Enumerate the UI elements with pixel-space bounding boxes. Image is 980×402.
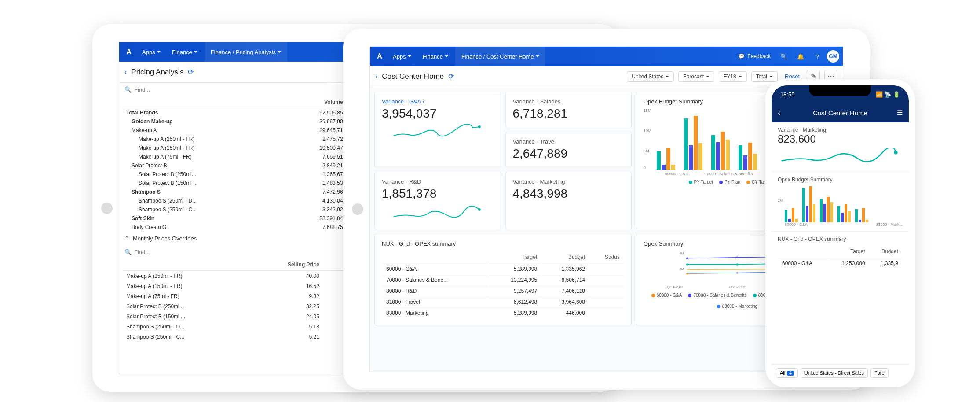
chip-scenario[interactable]: Fore — [870, 368, 889, 378]
filter-chips: All4 United States - Direct Sales Fore — [772, 364, 909, 381]
filter-country[interactable]: United States — [627, 71, 674, 82]
chevron-up-icon: ⌃ — [124, 235, 129, 242]
svg-point-7 — [686, 257, 688, 259]
avatar[interactable]: GM — [827, 50, 839, 63]
reset-button[interactable]: Reset — [782, 73, 802, 80]
filter-total[interactable]: Total — [751, 71, 778, 82]
nav-breadcrumb[interactable]: Finance / Pricing Analysis — [205, 42, 287, 62]
search-icon: 🔍 — [124, 86, 132, 93]
chevron-down-icon — [157, 51, 161, 53]
app-logo: A — [373, 50, 386, 63]
page-title: Pricing Analysis — [131, 68, 183, 77]
nav-finance[interactable]: Finance — [418, 47, 453, 66]
nav-apps[interactable]: Apps — [388, 47, 416, 66]
chevron-down-icon — [739, 76, 742, 77]
card-opex-budget: Opex Budget Summary 2M 60000 - G&A 83000… — [772, 172, 909, 232]
card-label: Variance - G&A › — [382, 98, 494, 105]
search-icon: 🔍 — [124, 249, 132, 255]
card-variance-marketing[interactable]: Variance - Marketing 823,600 — [772, 122, 909, 172]
nav-apps[interactable]: Apps — [138, 42, 165, 62]
chevron-down-icon — [536, 55, 539, 57]
svg-text:4M: 4M — [680, 252, 684, 255]
chevron-down-icon — [706, 76, 709, 77]
card-opex-grid: NUX - Grid - OPEX summary Target Budget … — [374, 234, 632, 325]
svg-point-0 — [478, 125, 481, 128]
bell-icon[interactable]: 🔔 — [794, 49, 808, 63]
chip-country[interactable]: United States - Direct Sales — [801, 368, 868, 378]
card-variance-rd[interactable]: Variance - R&D 1,851,378 — [374, 172, 501, 229]
chevron-down-icon — [445, 55, 448, 57]
chevron-down-icon — [408, 55, 411, 57]
card-variance-travel[interactable]: Variance - Travel 2,647,889 — [505, 132, 632, 167]
status-time: 18:55 — [780, 91, 795, 98]
menu-icon[interactable]: ☰ — [897, 109, 903, 117]
search-icon[interactable]: 🔍 — [777, 49, 791, 63]
refresh-icon[interactable]: ⟳ — [188, 68, 194, 76]
chevron-down-icon — [278, 51, 281, 53]
back-button[interactable]: ‹ — [124, 68, 127, 76]
page-title: Cost Center Home — [813, 109, 867, 117]
filter-scenario[interactable]: Forecast — [678, 71, 714, 82]
card-metric: 3,954,037 — [382, 107, 494, 121]
card-variance-ga[interactable]: Variance - G&A › 3,954,037 — [374, 92, 501, 167]
chevron-down-icon — [194, 51, 197, 53]
chevron-down-icon — [666, 76, 669, 77]
feedback-link[interactable]: 💬Feedback — [735, 53, 774, 59]
svg-point-10 — [686, 263, 688, 265]
sparkline — [382, 123, 494, 141]
refresh-icon[interactable]: ⟳ — [448, 72, 454, 81]
table-row[interactable]: 60000 - G&A 1,250,000 1,335,9 — [779, 258, 902, 268]
chat-icon: 💬 — [738, 53, 745, 59]
table-row[interactable]: 80000 - R&D9,257,4977,406,118 — [383, 286, 623, 296]
table-row[interactable]: 60000 - G&A5,289,9981,335,962 — [383, 264, 623, 274]
svg-point-13 — [894, 151, 898, 155]
card-opex-grid: NUX - Grid - OPEX summary Target Budget … — [772, 232, 909, 364]
card-variance-salaries[interactable]: Variance - Salaries 6,718,281 — [505, 92, 632, 127]
chevron-down-icon — [769, 76, 773, 77]
svg-text:2M: 2M — [680, 267, 684, 270]
page-title: Cost Center Home — [382, 72, 444, 81]
search-placeholder: Find... — [134, 86, 150, 93]
phone-header: ‹ Cost Center Home ☰ — [772, 103, 909, 122]
bar-chart: 2M — [778, 183, 903, 222]
app-header: A Apps Finance Finance / Cost Center Hom… — [370, 47, 843, 66]
sparkline — [778, 148, 903, 166]
col-volumes: Volumes — [282, 96, 349, 108]
app-logo: A — [123, 46, 135, 58]
back-button[interactable]: ‹ — [375, 73, 377, 81]
chip-all[interactable]: All4 — [776, 368, 798, 378]
back-button[interactable]: ‹ — [778, 108, 780, 118]
svg-point-11 — [736, 263, 738, 265]
table-row[interactable]: 83000 - Marketing5,289,998446,000 — [383, 308, 623, 318]
filter-year[interactable]: FY18 — [719, 71, 747, 82]
svg-point-8 — [736, 257, 738, 258]
status-icons: 📶 📡 🔋 — [876, 91, 900, 98]
nav-finance[interactable]: Finance — [168, 42, 202, 62]
sparkline — [382, 203, 494, 221]
table-row[interactable]: 70000 - Salaries & Bene...13,224,9956,50… — [383, 275, 623, 285]
nav-breadcrumb[interactable]: Finance / Cost Center Home — [455, 47, 545, 66]
card-variance-marketing[interactable]: Variance - Marketing 4,843,998 — [505, 172, 632, 229]
help-icon[interactable]: ? — [810, 49, 824, 63]
svg-point-1 — [478, 208, 481, 211]
table-row[interactable]: 81000 - Travel6,612,4983,964,608 — [383, 297, 623, 307]
